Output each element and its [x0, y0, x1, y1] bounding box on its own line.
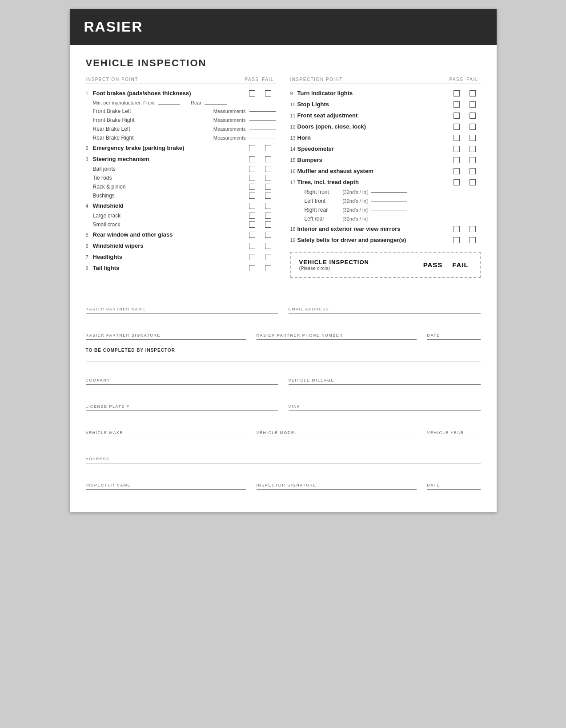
item-5-pass-checkbox[interactable]	[249, 232, 255, 238]
partner-name-field: RASIER PARTNER NAME	[86, 295, 278, 314]
item-17-pass-checkbox[interactable]	[454, 179, 460, 185]
item-4-large-fail[interactable]	[265, 213, 271, 219]
item-8-pass-checkbox[interactable]	[249, 265, 255, 271]
item-5-fail-checkbox[interactable]	[265, 232, 271, 238]
item-18-pass-checkbox[interactable]	[454, 226, 460, 232]
item-1-pass-checkbox[interactable]	[249, 90, 255, 97]
item-6-fail-checkbox[interactable]	[265, 243, 271, 249]
signature-label: RASIER PARTNER SIGNATURE	[86, 333, 246, 338]
item-2-fail-checkbox[interactable]	[265, 145, 271, 151]
item-17-right-rear: Right rear [32nd's / In]	[290, 205, 481, 214]
item-3-num: 3	[86, 157, 93, 162]
email-value[interactable]	[289, 295, 481, 303]
item-1-row: 1 Foot brakes (pads/shoes thickness)	[86, 88, 276, 99]
year-value[interactable]	[427, 419, 481, 427]
make-field: VEHICLE MAKE	[86, 419, 246, 437]
left-col-header: INSPECTION POINT PASS FAIL	[86, 77, 276, 84]
item-13-fail-checkbox[interactable]	[470, 135, 476, 141]
item-19-fail-checkbox[interactable]	[470, 237, 476, 243]
signature-value[interactable]	[86, 322, 246, 330]
item-12-fail-checkbox[interactable]	[470, 124, 476, 130]
item-3-ball-fail[interactable]	[265, 166, 271, 172]
item-12-label: Doors (open, close, lock)	[297, 123, 449, 130]
item-3-rack-fail[interactable]	[265, 184, 271, 190]
item-15-num: 15	[290, 157, 297, 163]
item-17-right-front: Right front [32nd's / In]	[290, 188, 481, 197]
company-logo: RASIER	[84, 19, 482, 35]
completed-by-label: TO BE COMPLETED BY INSPECTOR	[86, 348, 481, 353]
mileage-value[interactable]	[289, 366, 481, 374]
item-7-pass-checkbox[interactable]	[249, 254, 255, 260]
item-17-label: Tires, incl. tread depth	[297, 179, 449, 185]
item-1-front-brake-right: Front Brake Right Measurements	[86, 116, 276, 125]
item-3-pass-checkbox[interactable]	[249, 156, 255, 162]
item-4-small-crack: Small crack	[86, 220, 276, 229]
item-8-fail-checkbox[interactable]	[265, 265, 271, 271]
item-4-large-pass[interactable]	[249, 213, 255, 219]
license-value[interactable]	[86, 393, 278, 401]
item-3-tierods-fail[interactable]	[265, 175, 271, 181]
item-4-fail-checkbox[interactable]	[265, 203, 271, 209]
item-16-pass-checkbox[interactable]	[454, 168, 460, 174]
item-3-tierods-pass[interactable]	[249, 175, 255, 181]
item-9-label: Turn indicator lights	[297, 90, 449, 97]
model-value[interactable]	[257, 419, 417, 427]
item-10-pass-checkbox[interactable]	[454, 101, 460, 108]
inspector-name-value[interactable]	[86, 471, 246, 479]
item-3-ball-pass[interactable]	[249, 166, 255, 172]
item-16-fail-checkbox[interactable]	[470, 168, 476, 174]
phone-value[interactable]	[257, 322, 417, 330]
item-6-pass-checkbox[interactable]	[249, 243, 255, 249]
item-4-pass-checkbox[interactable]	[249, 203, 255, 209]
item-1-rear-brake-left: Rear Brake Left Measurements	[86, 125, 276, 133]
item-14-fail-checkbox[interactable]	[470, 146, 476, 152]
item-3-bushings-fail[interactable]	[265, 193, 271, 199]
vin-value[interactable]	[289, 393, 481, 401]
item-11-pass-checkbox[interactable]	[454, 113, 460, 119]
form-row-3: COMPANY VEHICLE MILEAGE	[86, 366, 481, 385]
item-10-fail-checkbox[interactable]	[470, 101, 476, 108]
item-7-fail-checkbox[interactable]	[265, 254, 271, 260]
item-17: 17 Tires, incl. tread depth Right front …	[290, 177, 481, 223]
inspector-date-value[interactable]	[427, 471, 481, 479]
item-9-fail-checkbox[interactable]	[470, 90, 476, 97]
item-12-num: 12	[290, 124, 297, 129]
model-field: VEHICLE MODEL	[257, 419, 417, 437]
item-17-fail-checkbox[interactable]	[470, 179, 476, 185]
item-19-pass-checkbox[interactable]	[454, 237, 460, 243]
left-fail-label: FAIL	[260, 77, 276, 82]
partner-name-value[interactable]	[86, 295, 278, 303]
item-18-row: 18 Interior and exterior rear view mirro…	[290, 223, 481, 234]
item-5-label: Rear window and other glass	[93, 231, 244, 238]
company-field: COMPANY	[86, 366, 278, 385]
item-3-rack-pass[interactable]	[249, 184, 255, 190]
item-16-row: 16 Muffler and exhaust system	[290, 165, 481, 177]
date-value-1[interactable]	[427, 322, 481, 330]
summary-row: VEHICLE INSPECTION (Please circle) PASS …	[299, 259, 472, 271]
item-10-label: Stop Lights	[297, 101, 449, 108]
item-15-pass-checkbox[interactable]	[454, 157, 460, 163]
item-1-rear-brake-right-label: Rear Brake Right	[93, 135, 213, 141]
item-12-row: 12 Doors (open, close, lock)	[290, 121, 481, 132]
inspector-sig-value[interactable]	[257, 471, 417, 479]
item-13-pass-checkbox[interactable]	[454, 135, 460, 141]
item-14-pass-checkbox[interactable]	[454, 146, 460, 152]
item-9-num: 9	[290, 91, 297, 96]
item-1-fail-checkbox[interactable]	[265, 90, 271, 97]
item-15-fail-checkbox[interactable]	[470, 157, 476, 163]
item-3-fail-checkbox[interactable]	[265, 156, 271, 162]
item-12-pass-checkbox[interactable]	[454, 124, 460, 130]
item-11-fail-checkbox[interactable]	[470, 113, 476, 119]
form-row-2: RASIER PARTNER SIGNATURE RASIER PARTNER …	[86, 322, 481, 340]
item-18-fail-checkbox[interactable]	[470, 226, 476, 232]
item-2-pass-checkbox[interactable]	[249, 145, 255, 151]
form-row-4: LICENSE PLATE # VIN#	[86, 393, 481, 411]
item-9-pass-checkbox[interactable]	[454, 90, 460, 97]
address-value[interactable]	[86, 445, 481, 453]
item-4-small-pass[interactable]	[249, 221, 255, 228]
item-4-small-fail[interactable]	[265, 221, 271, 228]
company-value[interactable]	[86, 366, 278, 374]
item-3-bushings-pass[interactable]	[249, 193, 255, 199]
make-value[interactable]	[86, 419, 246, 427]
phone-field: RASIER PARTNER PHONE NUMBER	[257, 322, 417, 340]
